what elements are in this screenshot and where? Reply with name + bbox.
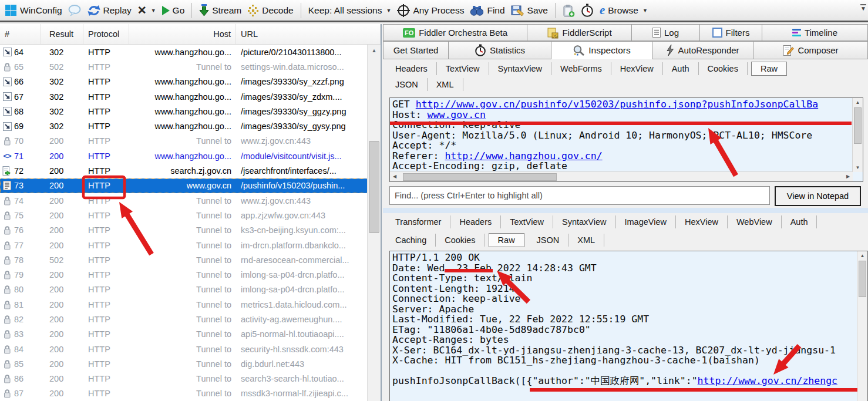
- save-button[interactable]: Save: [511, 5, 548, 16]
- find-input[interactable]: [389, 186, 770, 205]
- tab-xml[interactable]: XML: [428, 78, 463, 91]
- raw-link[interactable]: http://www.gov.cn/zhengc: [698, 375, 837, 386]
- session-row-69[interactable]: 69302HTTPwww.hangzhou.go.../images/39330…: [0, 119, 368, 133]
- request-vertical-scrollbar[interactable]: ▲ ▼: [852, 98, 863, 172]
- scrollbar-thumb[interactable]: [859, 261, 866, 297]
- scrollbar-thumb[interactable]: [403, 173, 557, 181]
- session-row-85[interactable]: 85200HTTPTunnel todig.bdurl.net:443: [0, 356, 368, 371]
- tab-raw[interactable]: Raw: [489, 233, 524, 247]
- scroll-right-icon[interactable]: ▶: [843, 172, 853, 181]
- tab-json[interactable]: JSON: [528, 234, 569, 247]
- request-raw-view[interactable]: GET http://www.gov.cn/pushinfo/v150203/p…: [389, 97, 863, 182]
- timer-button[interactable]: [581, 4, 594, 17]
- raw-link[interactable]: www.gov.cn: [428, 109, 486, 120]
- session-row-87[interactable]: 87200HTTPTunnel tomssdk3-normal-lf.zijie…: [0, 386, 368, 401]
- tab-hexview[interactable]: HexView: [676, 215, 728, 228]
- any-process-button[interactable]: Any Process: [397, 4, 464, 17]
- tab-statistics[interactable]: Statistics: [449, 41, 551, 59]
- scroll-left-icon[interactable]: ◀: [390, 172, 399, 181]
- session-row-79[interactable]: 79200HTTPTunnel toimlong-sa-p04-drcn.pla…: [0, 267, 368, 282]
- raw-link[interactable]: http://www.hangzhou.gov.cn/: [445, 150, 602, 161]
- raw-link[interactable]: http://www.gov.cn/pushinfo/v150203/pushi…: [416, 99, 818, 110]
- session-row-72[interactable]: 72200HTTPsearch.zj.gov.cn/jsearchfront/i…: [0, 163, 368, 178]
- scroll-up-icon[interactable]: ▲: [368, 45, 381, 56]
- tab-filters[interactable]: Filters: [700, 24, 762, 41]
- tab-autoresponder[interactable]: AutoResponder: [652, 41, 753, 59]
- tab-headers[interactable]: Headers: [450, 215, 501, 228]
- response-raw-view[interactable]: HTTP/1.1 200 OKDate: Wed, 23 Feb 2022 14…: [389, 251, 868, 401]
- column-header-host[interactable]: Host: [129, 24, 236, 44]
- column-header-url[interactable]: URL: [236, 24, 381, 44]
- scrollbar-thumb[interactable]: [369, 141, 379, 233]
- remove-sessions-button[interactable]: ✕▼: [137, 4, 156, 17]
- tab-auth[interactable]: Auth: [782, 215, 817, 228]
- tab-inspectors[interactable]: Inspectors: [551, 41, 652, 59]
- session-row-66[interactable]: 66302HTTPwww.hangzhou.go.../images/39330…: [0, 75, 368, 89]
- tab-composer[interactable]: Composer: [753, 41, 868, 59]
- session-row-77[interactable]: 77200HTTPTunnel toim-drcn.platform.dbank…: [0, 238, 368, 252]
- scrollbar-thumb[interactable]: [854, 107, 862, 144]
- winconfig-button[interactable]: WinConfig: [5, 4, 62, 16]
- tab-textview[interactable]: TextView: [437, 62, 489, 75]
- request-horizontal-scrollbar[interactable]: ◀ ▶: [390, 171, 853, 181]
- scroll-up-icon[interactable]: ▲: [853, 98, 863, 107]
- view-in-notepad-button[interactable]: View in Notepad: [775, 186, 861, 206]
- go-button[interactable]: Go: [162, 5, 185, 16]
- tab-fiddler-orchestra-beta[interactable]: FOFiddler Orchestra Beta: [383, 24, 527, 41]
- tab-fiddlerscript[interactable]: JSFiddlerScript: [527, 24, 632, 41]
- tab-headers[interactable]: Headers: [386, 62, 437, 75]
- browse-dropdown[interactable]: e Browse▼: [600, 3, 648, 18]
- tab-imageview[interactable]: ImageView: [616, 215, 676, 228]
- session-row-68[interactable]: 68302HTTPwww.hangzhou.go.../images/39330…: [0, 104, 368, 119]
- replay-button[interactable]: Replay: [88, 5, 132, 16]
- request-response-splitter[interactable]: [383, 208, 868, 213]
- session-row-82[interactable]: 82200HTTPTunnel toactivity-ag.awemeughun…: [0, 312, 368, 326]
- tab-cookies[interactable]: Cookies: [436, 234, 485, 247]
- column-header-protocol[interactable]: Protocol: [83, 24, 129, 44]
- tab-hexview[interactable]: HexView: [611, 62, 663, 75]
- session-row-84[interactable]: 84200HTTPTunnel tosecurity-hl.snssdk.com…: [0, 342, 368, 356]
- response-vertical-scrollbar[interactable]: ▲: [857, 251, 867, 401]
- tab-webview[interactable]: WebView: [728, 215, 782, 228]
- session-row-83[interactable]: 83200HTTPTunnel toapi5-normal-hl.toutiao…: [0, 327, 368, 342]
- session-row-73[interactable]: 73200HTTPwww.gov.cn/pushinfo/v150203/pus…: [0, 178, 368, 193]
- tab-caching[interactable]: Caching: [386, 234, 436, 247]
- session-row-76[interactable]: 76200HTTPTunnel toks3-cn-beijing.ksyun.c…: [0, 223, 368, 238]
- scroll-up-icon[interactable]: ▲: [857, 251, 867, 260]
- tab-xml[interactable]: XML: [568, 234, 604, 247]
- tab-syntaxview[interactable]: SyntaxView: [489, 62, 552, 75]
- tab-get-started[interactable]: Get Started: [383, 41, 449, 59]
- toolbar-overflow-icon[interactable]: ▼: [860, 4, 866, 11]
- session-row-86[interactable]: 86200HTTPTunnel tosearch3-search-hl.tout…: [0, 372, 368, 386]
- clipboard-button[interactable]: [563, 4, 575, 17]
- session-row-75[interactable]: 75200HTTPTunnel toapp.zjzwfw.gov.cn:443: [0, 208, 368, 223]
- tab-log[interactable]: Log: [632, 24, 700, 41]
- session-row-64[interactable]: 64302HTTPwww.hangzhou.go.../picture/0/21…: [0, 45, 368, 59]
- column-header-result[interactable]: Result: [41, 24, 83, 44]
- column-header-num[interactable]: #: [0, 24, 41, 44]
- tab-timeline[interactable]: Timeline: [762, 24, 868, 41]
- tab-auth[interactable]: Auth: [663, 62, 699, 75]
- session-row-71[interactable]: <>71200HTTPwww.hangzhou.go.../module/vis…: [0, 149, 368, 163]
- tab-cookies[interactable]: Cookies: [699, 62, 748, 75]
- tab-transformer[interactable]: Transformer: [386, 215, 450, 228]
- comment-button[interactable]: [68, 4, 82, 16]
- scroll-down-icon[interactable]: ▼: [853, 163, 863, 172]
- session-row-74[interactable]: 74200HTTPTunnel towww.zj.gov.cn:443: [0, 193, 368, 208]
- session-row-70[interactable]: 70200HTTPTunnel towww.zj.gov.cn:443: [0, 134, 368, 149]
- session-row-80[interactable]: 80200HTTPTunnel toimlong-sa-p04-drcn.pla…: [0, 282, 368, 297]
- tab-webforms[interactable]: WebForms: [551, 62, 611, 75]
- find-button[interactable]: Find: [470, 5, 504, 16]
- decode-button[interactable]: Decode: [247, 5, 293, 16]
- stream-button[interactable]: Stream: [199, 4, 241, 16]
- session-row-81[interactable]: 81200HTTPTunnel tometrics1.data.hicloud.…: [0, 297, 368, 312]
- tab-json[interactable]: JSON: [386, 78, 428, 91]
- session-row-65[interactable]: 65502HTTPTunnel tosettings-win.data.micr…: [0, 59, 368, 74]
- session-row-78[interactable]: 78502HTTPTunnel tornd-aresocean-commerci…: [0, 252, 368, 267]
- tab-raw[interactable]: Raw: [751, 62, 787, 76]
- tab-syntaxview[interactable]: SyntaxView: [553, 215, 616, 228]
- tab-textview[interactable]: TextView: [501, 215, 553, 228]
- keep-sessions-dropdown[interactable]: Keep: All sessions▼: [308, 5, 392, 16]
- session-list-scrollbar[interactable]: ▲: [367, 45, 381, 401]
- session-row-67[interactable]: 67302HTTPwww.hangzhou.go.../images/39330…: [0, 89, 368, 104]
